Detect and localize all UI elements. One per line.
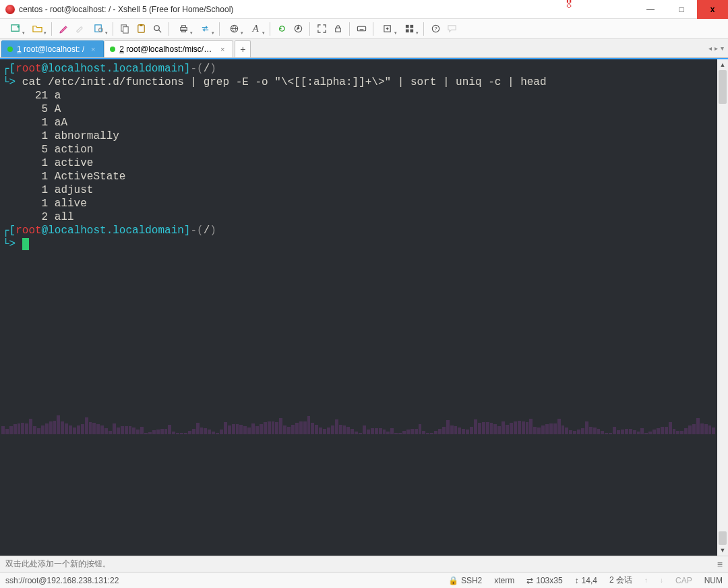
separator: [349, 22, 350, 36]
tab-label: 2 root@localhost:/misc/cd/Pa...: [119, 45, 214, 54]
close-tab-button[interactable]: ×: [218, 45, 227, 54]
tab-scroll-right[interactable]: ▸: [715, 45, 718, 52]
open-button[interactable]: [27, 22, 47, 36]
tab-session-2[interactable]: 2 root@localhost:/misc/cd/Pa... ×: [104, 40, 233, 57]
separator: [113, 22, 113, 36]
svg-rect-28: [405, 29, 408, 32]
print-button[interactable]: [173, 22, 193, 36]
separator: [270, 22, 270, 36]
svg-rect-8: [140, 24, 142, 26]
scroll-track[interactable]: [717, 70, 728, 545]
arrow-down-icon: ↓: [660, 577, 663, 584]
svg-rect-26: [405, 25, 408, 28]
num-indicator: NUM: [704, 576, 723, 585]
caps-indicator: CAP: [675, 576, 692, 585]
terminal-size: ⇄ 103x35: [526, 576, 562, 585]
layout-button[interactable]: [399, 22, 419, 36]
status-dot-icon: [110, 47, 115, 52]
status-dot-icon: [7, 47, 13, 52]
add-tab-button[interactable]: +: [235, 40, 251, 57]
lock-button[interactable]: [330, 22, 345, 36]
font-button[interactable]: A: [245, 22, 266, 36]
transfer-button[interactable]: [195, 22, 215, 36]
separator: [169, 22, 169, 36]
paste-button[interactable]: [133, 22, 148, 36]
close-button[interactable]: x: [697, 0, 728, 19]
quick-button-bar[interactable]: 双击此处添加一个新的按钮。 ≡: [0, 556, 728, 572]
new-tab-button[interactable]: [377, 22, 398, 36]
resize-icon: ⇄: [526, 576, 533, 585]
window-title: centos - root@localhost: / - Xshell 5 (F…: [19, 5, 233, 14]
toolbar: A ?: [0, 19, 728, 39]
scrollbar[interactable]: ▲ ▼: [717, 59, 728, 556]
tab-scroll-controls: ◂ ▸ ▾: [708, 39, 724, 57]
new-session-button[interactable]: [5, 22, 26, 36]
maximize-button[interactable]: □: [666, 0, 697, 19]
titlebar: centos - root@localhost: / - Xshell 5 (F…: [0, 0, 728, 19]
scroll-thumb[interactable]: [719, 531, 727, 545]
scroll-down-button[interactable]: ▼: [717, 545, 728, 556]
scroll-thumb[interactable]: [719, 70, 727, 104]
properties-button[interactable]: [88, 22, 109, 36]
protocol-indicator: 🔒 SSH2: [448, 576, 482, 585]
fullscreen-button[interactable]: [314, 22, 329, 36]
tab-list-dropdown[interactable]: ▾: [721, 45, 724, 52]
connection-string: ssh://root@192.168.238.131:22: [5, 576, 119, 585]
tab-session-1[interactable]: 1 root@localhost: / ×: [1, 40, 104, 57]
hint-text: 双击此处添加一个新的按钮。: [5, 558, 111, 570]
separator: [309, 22, 310, 36]
cursor-position: ↕ 14,4: [575, 576, 597, 585]
find-button[interactable]: [150, 22, 164, 36]
svg-rect-17: [357, 26, 365, 31]
terminal[interactable]: ┌[root@localhost.localdomain]-(/) └> cat…: [0, 59, 717, 556]
svg-line-10: [158, 30, 161, 32]
globe-button[interactable]: [224, 22, 244, 36]
copy-button[interactable]: [117, 22, 132, 36]
feedback-button[interactable]: [444, 22, 459, 36]
svg-rect-6: [123, 27, 128, 33]
statusbar: ssh://root@192.168.238.131:22 🔒 SSH2 xte…: [0, 572, 728, 588]
award-icon: 🎖: [563, 0, 575, 11]
svg-rect-16: [335, 28, 340, 32]
tabbar: 1 root@localhost: / × 2 root@localhost:/…: [0, 39, 728, 58]
color-picker-icon[interactable]: [72, 22, 87, 36]
app-icon: [5, 5, 15, 14]
svg-rect-0: [11, 25, 18, 31]
minimize-button[interactable]: —: [635, 0, 666, 19]
separator: [51, 22, 52, 36]
svg-rect-27: [410, 25, 413, 28]
arrow-up-icon: ↑: [644, 577, 648, 584]
reload-button[interactable]: [274, 22, 289, 36]
compass-button[interactable]: [291, 22, 305, 36]
tab-label: 1 root@localhost: /: [17, 45, 84, 54]
close-tab-button[interactable]: ×: [88, 45, 98, 54]
separator: [373, 22, 373, 36]
keyboard-button[interactable]: [354, 22, 369, 36]
scroll-up-button[interactable]: ▲: [717, 59, 728, 70]
svg-rect-29: [410, 29, 413, 32]
terminal-type: xterm: [494, 576, 514, 585]
separator: [219, 22, 220, 36]
lock-icon: 🔒: [448, 576, 458, 585]
svg-text:?: ?: [434, 26, 437, 32]
highlighter-icon[interactable]: [56, 22, 71, 36]
terminal-area: ┌[root@localhost.localdomain]-(/) └> cat…: [0, 58, 728, 556]
help-button[interactable]: ?: [428, 22, 443, 36]
svg-point-9: [154, 26, 159, 31]
cursor-icon: ↕: [575, 576, 579, 585]
tab-scroll-left[interactable]: ◂: [708, 45, 712, 52]
hamburger-icon[interactable]: ≡: [717, 559, 723, 570]
window-controls: — □ x: [635, 0, 728, 19]
svg-rect-12: [181, 26, 185, 28]
separator: [423, 22, 424, 36]
session-count: 2 会话: [609, 575, 632, 586]
svg-point-4: [98, 28, 102, 32]
